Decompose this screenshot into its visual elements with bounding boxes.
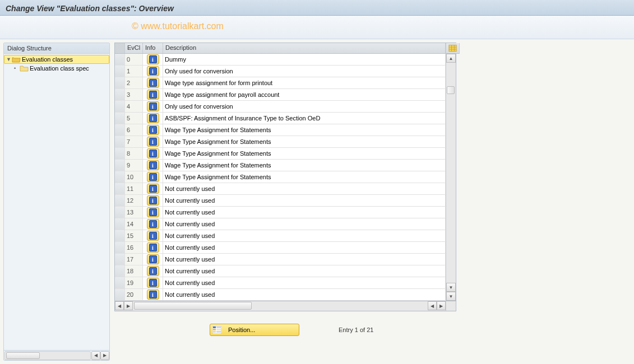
tree-item-evaluation-classes[interactable]: ▼ Evaluation classes [4,55,109,64]
row-selector[interactable] [115,265,125,277]
cell-evcl[interactable]: 19 [125,277,143,288]
info-button[interactable]: i [147,195,159,206]
hscroll-right-button-2[interactable]: ▶ [437,301,446,310]
cell-description[interactable]: Not currently used [163,230,446,241]
info-button[interactable]: i [147,148,159,158]
info-button[interactable]: i [147,66,159,76]
cell-evcl[interactable]: 8 [125,148,143,159]
cell-description[interactable]: Not currently used [163,265,446,277]
vscroll-track[interactable] [446,63,456,283]
cell-evcl[interactable]: 7 [125,136,143,147]
row-selector[interactable] [115,124,125,136]
cell-description[interactable]: Wage type assignment for form printout [163,77,446,88]
info-button[interactable]: i [147,113,159,123]
row-selector[interactable] [115,89,125,100]
scroll-left-button[interactable]: ◀ [91,351,100,360]
row-selector[interactable] [115,230,125,241]
cell-description[interactable]: Only used for conversion [163,101,446,112]
cell-description[interactable]: Not currently used [163,289,446,300]
info-button[interactable]: i [147,219,159,229]
hscroll-track[interactable] [4,351,91,360]
info-button[interactable]: i [147,137,159,147]
hscroll-left-button[interactable]: ◀ [115,301,124,310]
info-button[interactable]: i [147,231,159,241]
hscroll-left-button-2[interactable]: ◀ [428,301,437,310]
row-selector[interactable] [115,136,125,147]
cell-description[interactable]: Wage Type Assignment for Statements [163,148,446,159]
row-selector[interactable] [115,183,125,194]
row-selector[interactable] [115,195,125,206]
scroll-down-button-2[interactable]: ▼ [446,292,456,301]
hscroll-right-button[interactable]: ▶ [124,301,133,310]
cell-description[interactable]: Not currently used [163,207,446,218]
cell-evcl[interactable]: 1 [125,66,143,77]
cell-evcl[interactable]: 16 [125,242,143,253]
info-button[interactable]: i [147,278,159,288]
th-desc[interactable]: Description [163,43,446,53]
cell-description[interactable]: Wage Type Assignment for Statements [163,171,446,183]
info-button[interactable]: i [147,290,159,300]
th-info[interactable]: Info [143,43,163,53]
cell-evcl[interactable]: 6 [125,124,143,136]
info-button[interactable]: i [147,242,159,253]
scroll-down-button[interactable]: ▼ [446,283,456,292]
row-selector[interactable] [115,218,125,230]
cell-evcl[interactable]: 5 [125,113,143,124]
scroll-up-button[interactable]: ▲ [446,54,456,63]
row-selector[interactable] [115,289,125,300]
cell-evcl[interactable]: 15 [125,230,143,241]
table-config-button[interactable] [446,43,460,54]
info-button[interactable]: i [147,125,159,135]
row-selector[interactable] [115,254,125,265]
cell-evcl[interactable]: 0 [125,54,143,65]
cell-description[interactable]: Not currently used [163,183,446,194]
tree-expander-icon[interactable]: ▼ [6,57,12,62]
cell-description[interactable]: Dummy [163,54,446,65]
info-button[interactable]: i [147,172,159,182]
row-selector[interactable] [115,207,125,218]
cell-description[interactable]: Only used for conversion [163,66,446,77]
cell-evcl[interactable]: 13 [125,207,143,218]
cell-evcl[interactable]: 14 [125,218,143,230]
cell-description[interactable]: Not currently used [163,242,446,253]
cell-description[interactable]: Not currently used [163,277,446,288]
row-selector[interactable] [115,148,125,159]
cell-description[interactable]: Wage Type Assignment for Statements [163,136,446,147]
info-button[interactable]: i [147,266,159,276]
info-button[interactable]: i [147,101,159,111]
cell-description[interactable]: ASB/SPF: Assignment of Insurance Type to… [163,113,446,124]
cell-evcl[interactable]: 11 [125,183,143,194]
cell-evcl[interactable]: 10 [125,171,143,183]
cell-description[interactable]: Not currently used [163,195,446,206]
hscroll-thumb[interactable] [6,352,40,359]
hscroll-thumb[interactable] [134,302,252,310]
info-button[interactable]: i [147,160,159,170]
cell-description[interactable]: Not currently used [163,254,446,265]
cell-evcl[interactable]: 20 [125,289,143,300]
cell-evcl[interactable]: 4 [125,101,143,112]
cell-evcl[interactable]: 2 [125,77,143,88]
info-button[interactable]: i [147,78,159,88]
row-selector[interactable] [115,66,125,77]
info-button[interactable]: i [147,54,159,64]
row-selector[interactable] [115,242,125,253]
info-button[interactable]: i [147,207,159,217]
vscroll-thumb[interactable] [447,86,455,94]
info-button[interactable]: i [147,254,159,264]
cell-evcl[interactable]: 3 [125,89,143,100]
cell-description[interactable]: Not currently used [163,218,446,230]
cell-evcl[interactable]: 17 [125,254,143,265]
row-selector[interactable] [115,113,125,124]
position-button[interactable]: Position... [210,324,299,336]
row-selector[interactable] [115,277,125,288]
cell-evcl[interactable]: 18 [125,265,143,277]
info-button[interactable]: i [147,184,159,194]
hscroll-track[interactable] [133,302,428,310]
row-selector[interactable] [115,54,125,65]
scroll-right-button[interactable]: ▶ [100,351,109,360]
row-selector[interactable] [115,171,125,183]
row-selector[interactable] [115,101,125,112]
info-button[interactable]: i [147,90,159,100]
cell-description[interactable]: Wage type assignment for payroll account [163,89,446,100]
cell-evcl[interactable]: 9 [125,160,143,171]
